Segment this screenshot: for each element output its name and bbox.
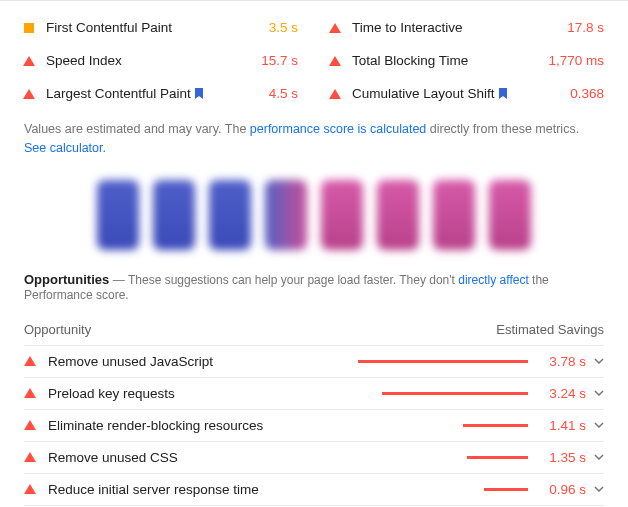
metric-label: Total Blocking Time — [352, 53, 548, 68]
metric-value: 4.5 s — [269, 86, 298, 101]
metrics-grid: First Contentful Paint3.5 sTime to Inter… — [24, 11, 604, 110]
metric-label: Cumulative Layout Shift — [352, 86, 570, 101]
chevron-down-icon[interactable] — [594, 484, 604, 494]
metric-label: Time to Interactive — [352, 20, 567, 35]
metric-row[interactable]: Cumulative Layout Shift0.368 — [330, 77, 604, 110]
bookmark-icon — [499, 87, 507, 98]
metric-row[interactable]: Speed Index15.7 s — [24, 44, 298, 77]
filmstrip-frame — [265, 180, 307, 250]
filmstrip — [24, 180, 604, 250]
opportunity-savings: 1.35 s — [540, 450, 586, 465]
metric-row[interactable]: First Contentful Paint3.5 s — [24, 11, 298, 44]
disclaimer-text: Values are estimated and may vary. The — [24, 122, 250, 136]
opportunity-label: Preload key requests — [48, 386, 358, 401]
filmstrip-frame — [97, 180, 139, 250]
metric-value: 0.368 — [570, 86, 604, 101]
chevron-down-icon[interactable] — [594, 356, 604, 366]
metric-label: Speed Index — [46, 53, 261, 68]
see-calculator-link[interactable]: See calculator. — [24, 141, 106, 155]
opportunity-row[interactable]: Remove unused JavaScript3.78 s — [24, 346, 604, 378]
opportunity-savings: 1.41 s — [540, 418, 586, 433]
opportunity-row[interactable]: Preload key requests3.24 s — [24, 378, 604, 410]
header-opportunity: Opportunity — [24, 322, 91, 337]
metric-value: 17.8 s — [567, 20, 604, 35]
fail-triangle-icon — [24, 484, 34, 494]
chevron-down-icon[interactable] — [594, 388, 604, 398]
fail-triangle-icon — [330, 56, 340, 66]
metric-row[interactable]: Time to Interactive17.8 s — [330, 11, 604, 44]
opportunity-savings: 3.24 s — [540, 386, 586, 401]
metric-label: First Contentful Paint — [46, 20, 269, 35]
filmstrip-frame — [321, 180, 363, 250]
metric-value: 1,770 ms — [548, 53, 604, 68]
performance-score-link[interactable]: performance score is calculated — [250, 122, 426, 136]
fail-triangle-icon — [24, 356, 34, 366]
opportunity-savings: 0.96 s — [540, 482, 586, 497]
opportunity-label: Eliminate render-blocking resources — [48, 418, 358, 433]
fail-triangle-icon — [24, 89, 34, 99]
opportunity-savings: 3.78 s — [540, 354, 586, 369]
opportunities-title: Opportunities — [24, 272, 109, 287]
savings-bar — [358, 456, 528, 459]
disclaimer-text: directly from these metrics. — [426, 122, 579, 136]
opportunities-table-header: Opportunity Estimated Savings — [24, 312, 604, 346]
filmstrip-frame — [433, 180, 475, 250]
opportunities-subtitle: — These suggestions can help your page l… — [113, 273, 458, 287]
fail-triangle-icon — [330, 89, 340, 99]
opportunity-label: Reduce initial server response time — [48, 482, 358, 497]
bookmark-icon — [195, 87, 203, 98]
filmstrip-frame — [489, 180, 531, 250]
opportunity-label: Remove unused JavaScript — [48, 354, 358, 369]
filmstrip-frame — [377, 180, 419, 250]
metrics-disclaimer: Values are estimated and may vary. The p… — [24, 120, 604, 158]
fail-triangle-icon — [24, 388, 34, 398]
opportunities-heading: Opportunities — These suggestions can he… — [24, 272, 604, 302]
opportunity-row[interactable]: Eliminate render-blocking resources1.41 … — [24, 410, 604, 442]
metric-value: 3.5 s — [269, 20, 298, 35]
metric-label: Largest Contentful Paint — [46, 86, 269, 101]
filmstrip-frame — [209, 180, 251, 250]
fail-triangle-icon — [24, 420, 34, 430]
metric-row[interactable]: Largest Contentful Paint4.5 s — [24, 77, 298, 110]
chevron-down-icon[interactable] — [594, 420, 604, 430]
filmstrip-frame — [153, 180, 195, 250]
fail-triangle-icon — [24, 56, 34, 66]
header-estimated-savings: Estimated Savings — [496, 322, 604, 337]
savings-bar — [358, 392, 528, 395]
savings-bar — [358, 488, 528, 491]
chevron-down-icon[interactable] — [594, 452, 604, 462]
fail-triangle-icon — [330, 23, 340, 33]
opportunity-row[interactable]: Reduce initial server response time0.96 … — [24, 474, 604, 506]
fail-triangle-icon — [24, 452, 34, 462]
average-square-icon — [24, 23, 34, 33]
opportunity-row[interactable]: Remove unused CSS1.35 s — [24, 442, 604, 474]
metric-row[interactable]: Total Blocking Time1,770 ms — [330, 44, 604, 77]
savings-bar — [358, 424, 528, 427]
savings-bar — [358, 360, 528, 363]
directly-affect-link[interactable]: directly affect — [458, 273, 528, 287]
opportunity-label: Remove unused CSS — [48, 450, 358, 465]
metric-value: 15.7 s — [261, 53, 298, 68]
